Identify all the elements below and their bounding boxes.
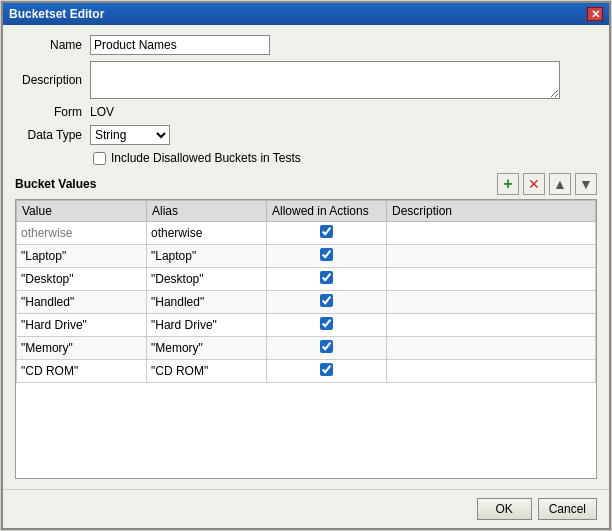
column-header-allowed: Allowed in Actions bbox=[267, 201, 387, 222]
toolbar: + ✕ ▲ ▼ bbox=[497, 173, 597, 195]
column-header-description: Description bbox=[387, 201, 596, 222]
bucket-values-title: Bucket Values bbox=[15, 177, 96, 191]
include-disallowed-label: Include Disallowed Buckets in Tests bbox=[111, 151, 301, 165]
alias-cell-input[interactable] bbox=[151, 293, 262, 311]
delete-button[interactable]: ✕ bbox=[523, 173, 545, 195]
allowed-checkbox[interactable] bbox=[320, 271, 333, 284]
cancel-button[interactable]: Cancel bbox=[538, 498, 597, 520]
close-button[interactable]: ✕ bbox=[587, 7, 603, 21]
include-disallowed-checkbox[interactable] bbox=[93, 152, 106, 165]
title-bar: Bucketset Editor ✕ bbox=[3, 3, 609, 25]
description-input[interactable] bbox=[90, 61, 560, 99]
table-row bbox=[17, 268, 596, 291]
bucket-values-table-container: Value Alias Allowed in Actions Descripti… bbox=[15, 199, 597, 479]
table-row bbox=[17, 222, 596, 245]
alias-cell-input[interactable] bbox=[151, 316, 262, 334]
bucket-values-table: Value Alias Allowed in Actions Descripti… bbox=[16, 200, 596, 383]
dialog-footer: OK Cancel bbox=[3, 489, 609, 528]
allowed-checkbox[interactable] bbox=[320, 248, 333, 261]
name-label: Name bbox=[15, 38, 90, 52]
allowed-checkbox[interactable] bbox=[320, 317, 333, 330]
value-cell-input[interactable] bbox=[21, 247, 142, 265]
allowed-checkbox[interactable] bbox=[320, 340, 333, 353]
bucketset-editor-dialog: Bucketset Editor ✕ Name Description Form… bbox=[1, 1, 611, 530]
data-type-label: Data Type bbox=[15, 128, 90, 142]
table-body bbox=[17, 222, 596, 383]
alias-cell-input[interactable] bbox=[151, 247, 262, 265]
description-cell-input[interactable] bbox=[391, 224, 591, 242]
alias-cell-input[interactable] bbox=[151, 270, 262, 288]
column-header-alias: Alias bbox=[147, 201, 267, 222]
value-cell-input[interactable] bbox=[21, 293, 142, 311]
table-row bbox=[17, 314, 596, 337]
value-cell-input[interactable] bbox=[21, 224, 142, 242]
alias-cell-input[interactable] bbox=[151, 224, 262, 242]
table-row bbox=[17, 337, 596, 360]
description-cell-input[interactable] bbox=[391, 270, 591, 288]
bucket-values-header: Bucket Values + ✕ ▲ ▼ bbox=[15, 173, 597, 195]
data-type-select[interactable]: String Integer Float bbox=[90, 125, 170, 145]
include-disallowed-row: Include Disallowed Buckets in Tests bbox=[93, 151, 597, 165]
description-label: Description bbox=[15, 73, 90, 87]
description-row: Description bbox=[15, 61, 597, 99]
value-cell-input[interactable] bbox=[21, 270, 142, 288]
table-row bbox=[17, 245, 596, 268]
table-header-row: Value Alias Allowed in Actions Descripti… bbox=[17, 201, 596, 222]
dialog-body: Name Description Form LOV Data Type Stri… bbox=[3, 25, 609, 489]
table-row bbox=[17, 360, 596, 383]
allowed-checkbox[interactable] bbox=[320, 363, 333, 376]
alias-cell-input[interactable] bbox=[151, 362, 262, 380]
allowed-checkbox[interactable] bbox=[320, 294, 333, 307]
form-label: Form bbox=[15, 105, 90, 119]
name-input[interactable] bbox=[90, 35, 270, 55]
value-cell-input[interactable] bbox=[21, 339, 142, 357]
value-cell-input[interactable] bbox=[21, 362, 142, 380]
move-up-button[interactable]: ▲ bbox=[549, 173, 571, 195]
column-header-value: Value bbox=[17, 201, 147, 222]
description-cell-input[interactable] bbox=[391, 362, 591, 380]
add-button[interactable]: + bbox=[497, 173, 519, 195]
description-cell-input[interactable] bbox=[391, 293, 591, 311]
description-cell-input[interactable] bbox=[391, 339, 591, 357]
move-down-button[interactable]: ▼ bbox=[575, 173, 597, 195]
data-type-row: Data Type String Integer Float bbox=[15, 125, 597, 145]
form-row: Form LOV bbox=[15, 105, 597, 119]
allowed-checkbox[interactable] bbox=[320, 225, 333, 238]
dialog-title: Bucketset Editor bbox=[9, 7, 104, 21]
form-value: LOV bbox=[90, 105, 114, 119]
value-cell-input[interactable] bbox=[21, 316, 142, 334]
alias-cell-input[interactable] bbox=[151, 339, 262, 357]
table-row bbox=[17, 291, 596, 314]
description-cell-input[interactable] bbox=[391, 247, 591, 265]
description-cell-input[interactable] bbox=[391, 316, 591, 334]
ok-button[interactable]: OK bbox=[477, 498, 532, 520]
name-row: Name bbox=[15, 35, 597, 55]
